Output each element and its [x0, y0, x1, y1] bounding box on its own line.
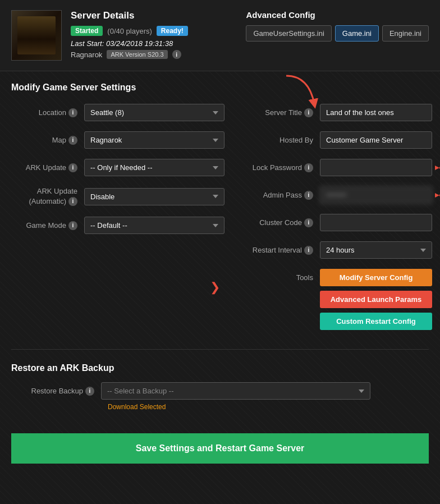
admin-pass-input[interactable]	[320, 186, 432, 204]
location-row: Location i Seattle (8)	[11, 104, 224, 121]
lock-password-input[interactable]	[320, 159, 432, 176]
config-buttons: GameUserSettings.ini Game.ini Engine.ini	[246, 25, 429, 42]
cluster-code-input[interactable]	[320, 214, 432, 231]
map-name: Ragnarok	[71, 51, 102, 59]
main-content: Modify Game Server Settings Location i S…	[0, 71, 440, 475]
cluster-code-info-icon[interactable]: i	[304, 218, 313, 227]
settings-right: Server Title i Hosted By Lock Password	[247, 104, 432, 330]
config-btn-gameini[interactable]: Game.ini	[335, 25, 379, 42]
settings-grid: Location i Seattle (8) Map i Ragnarok	[11, 104, 429, 336]
server-title-info-icon[interactable]: i	[304, 108, 313, 117]
restart-interval-label: Restart Interval i	[247, 246, 320, 255]
server-details-title: Server Details	[71, 10, 237, 21]
restore-section-title: Restore an ARK Backup	[11, 363, 429, 373]
restore-row: Restore Backup i -- Select a Backup --	[11, 382, 429, 400]
admin-pass-label: Admin Pass i	[247, 191, 320, 200]
chevron-button[interactable]: ❯	[205, 278, 224, 297]
tools-label: Tools	[247, 269, 320, 282]
settings-right-wrapper: Server Title i Hosted By Lock Password	[247, 104, 432, 336]
custom-restart-config-button[interactable]: Custom Restart Config	[320, 313, 432, 330]
save-button[interactable]: Save Settings and Restart Game Server	[11, 433, 429, 464]
ark-update-auto-label: ARK Update (Automatic) i	[11, 186, 84, 207]
restart-interval-row: Restart Interval i 24 hours	[247, 241, 432, 259]
arrow-to-admin-pass	[435, 187, 440, 203]
restore-backup-select[interactable]: -- Select a Backup --	[101, 382, 370, 400]
location-info-icon[interactable]: i	[68, 108, 77, 117]
server-title-input[interactable]	[320, 104, 432, 121]
game-mode-row: Game Mode i -- Default --	[11, 217, 224, 234]
map-label: Map i	[11, 136, 84, 145]
game-mode-info-icon[interactable]: i	[68, 221, 77, 230]
map-info: Ragnarok ARK Version S20.3 i	[71, 50, 237, 59]
hosted-by-row: Hosted By	[247, 131, 432, 149]
restore-backup-label: Restore Backup i	[11, 387, 101, 396]
map-row: Map i Ragnarok	[11, 131, 224, 149]
arrow-to-lock-password	[435, 160, 440, 176]
ready-badge: Ready!	[157, 26, 188, 36]
download-selected-link[interactable]: Download Selected	[108, 403, 429, 411]
location-label: Location i	[11, 108, 84, 117]
ark-update-auto-select[interactable]: Disable	[84, 188, 224, 205]
lock-password-info-icon[interactable]: i	[304, 163, 313, 172]
server-title-label: Server Title i	[247, 108, 320, 117]
section-divider	[11, 349, 429, 350]
header: Server Details Started (0/40 players) Re…	[0, 0, 440, 71]
location-select[interactable]: Seattle (8)	[84, 104, 224, 121]
tools-buttons: Modify Server Config Advanced Launch Par…	[320, 269, 432, 330]
started-badge: Started	[71, 26, 103, 36]
ark-update-auto-info-icon[interactable]: i	[68, 197, 77, 206]
hosted-by-input[interactable]	[320, 131, 432, 149]
ark-update-info-icon[interactable]: i	[68, 163, 77, 172]
hosted-by-label: Hosted By	[247, 136, 320, 144]
game-mode-label: Game Mode i	[11, 221, 84, 230]
cluster-code-label: Cluster Code i	[247, 218, 320, 227]
ark-update-select[interactable]: -- Only if Needed --	[84, 159, 224, 176]
restore-section: Restore an ARK Backup Restore Backup i -…	[11, 363, 429, 411]
map-select[interactable]: Ragnarok	[84, 131, 224, 149]
restart-interval-select[interactable]: 24 hours	[320, 241, 432, 259]
last-start: Last Start: 03/24/2018 19:31:38	[71, 39, 237, 48]
last-start-label: Last Start:	[71, 39, 104, 48]
lock-password-row: Lock Password i	[247, 159, 432, 176]
restart-interval-info-icon[interactable]: i	[304, 246, 313, 255]
admin-pass-row: Admin Pass i	[247, 186, 432, 204]
server-thumbnail	[11, 10, 62, 61]
game-mode-select[interactable]: -- Default --	[84, 217, 224, 234]
status-badges: Started (0/40 players) Ready!	[71, 26, 237, 36]
ark-update-auto-row: ARK Update (Automatic) i Disable	[11, 186, 224, 207]
ark-update-label: ARK Update i	[11, 163, 84, 172]
config-btn-gameusersettings[interactable]: GameUserSettings.ini	[246, 25, 331, 42]
advanced-config: Advanced Config GameUserSettings.ini Gam…	[246, 10, 429, 42]
cluster-code-row: Cluster Code i	[247, 214, 432, 231]
ark-update-row: ARK Update i -- Only if Needed --	[11, 159, 224, 176]
players-count: (0/40 players)	[107, 27, 152, 35]
version-info-icon[interactable]: i	[172, 50, 181, 59]
config-btn-engineini[interactable]: Engine.ini	[382, 25, 429, 42]
last-start-value: 03/24/2018 19:31:38	[106, 39, 173, 48]
settings-left: Location i Seattle (8) Map i Ragnarok	[11, 104, 224, 336]
server-details: Server Details Started (0/40 players) Re…	[71, 10, 237, 59]
server-title-row: Server Title i	[247, 104, 432, 121]
lock-password-label: Lock Password i	[247, 163, 320, 172]
admin-pass-info-icon[interactable]: i	[304, 191, 313, 200]
map-info-icon[interactable]: i	[68, 136, 77, 145]
advanced-launch-params-button[interactable]: Advanced Launch Params	[320, 291, 432, 308]
modify-section-title: Modify Game Server Settings	[11, 83, 429, 93]
tools-row: Tools Modify Server Config Advanced Laun…	[247, 269, 432, 330]
version-badge: ARK Version S20.3	[107, 50, 167, 59]
modify-server-config-button[interactable]: Modify Server Config	[320, 269, 432, 286]
restore-info-icon[interactable]: i	[85, 387, 94, 396]
advanced-config-title: Advanced Config	[246, 10, 429, 20]
